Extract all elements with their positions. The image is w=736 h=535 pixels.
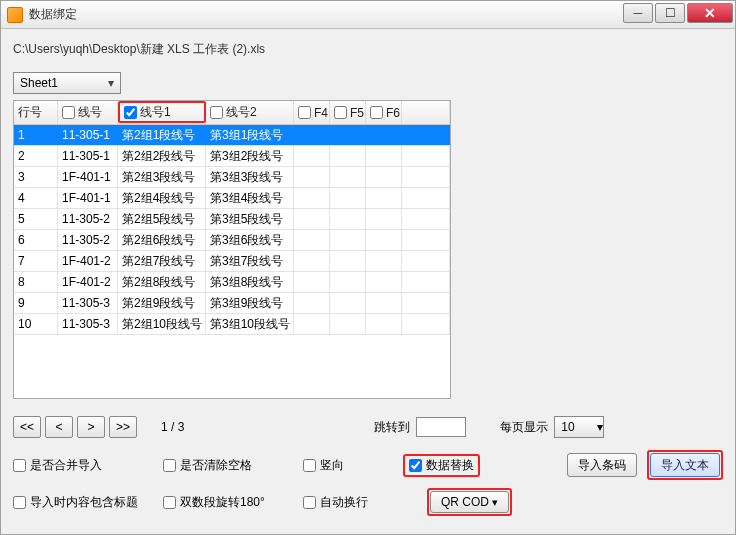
cell-xianhao1: 第2组7段线号	[118, 251, 206, 271]
cell-xianhao1: 第2组4段线号	[118, 188, 206, 208]
jump-label: 跳转到	[374, 419, 410, 436]
cell-f5	[330, 314, 366, 334]
prev-page-button[interactable]: <	[45, 416, 73, 438]
import-text-highlight: 导入文本	[647, 450, 723, 480]
table-row[interactable]: 911-305-3第2组9段线号第3组9段线号	[14, 293, 450, 314]
cell-blank	[402, 314, 450, 334]
sheet-selected-value: Sheet1	[20, 76, 58, 90]
col-f5[interactable]: F5	[330, 101, 366, 124]
vertical-option[interactable]: 竖向	[303, 457, 393, 474]
cell-f4	[294, 251, 330, 271]
import-barcode-button[interactable]: 导入条码	[567, 453, 637, 477]
col-f5-checkbox[interactable]	[334, 106, 347, 119]
sheet-dropdown[interactable]: Sheet1 ▾	[13, 72, 121, 94]
cell-xianhao: 11-305-1	[58, 125, 118, 145]
cell-f4	[294, 314, 330, 334]
cell-f6	[366, 272, 402, 292]
options-row-2: 导入时内容包含标题 双数段旋转180° 自动换行 QR COD ▾	[13, 488, 723, 516]
import-text-button[interactable]: 导入文本	[650, 453, 720, 477]
close-button[interactable]: ✕	[687, 3, 733, 23]
content-area: C:\Users\yuqh\Desktop\新建 XLS 工作表 (2).xls…	[1, 29, 735, 534]
cell-f4	[294, 167, 330, 187]
col-xianhao[interactable]: 线号	[58, 101, 118, 124]
cell-f6	[366, 146, 402, 166]
cell-f5	[330, 293, 366, 313]
table-row[interactable]: 71F-401-2第2组7段线号第3组7段线号	[14, 251, 450, 272]
last-page-button[interactable]: >>	[109, 416, 137, 438]
qrcod-dropdown[interactable]: QR COD ▾	[430, 491, 509, 513]
app-icon	[7, 7, 23, 23]
cell-xianhao: 11-305-3	[58, 314, 118, 334]
col-f6-checkbox[interactable]	[370, 106, 383, 119]
cell-xianhao2: 第3组2段线号	[206, 146, 294, 166]
cell-f4	[294, 209, 330, 229]
pager: << < > >> 1 / 3 跳转到 每页显示 10 ▾	[13, 416, 723, 438]
table-row[interactable]: 81F-401-2第2组8段线号第3组8段线号	[14, 272, 450, 293]
cell-xianhao1: 第2组8段线号	[118, 272, 206, 292]
col-xianhao-checkbox[interactable]	[62, 106, 75, 119]
cell-blank	[402, 251, 450, 271]
perpage-dropdown[interactable]: 10 ▾	[554, 416, 604, 438]
first-page-button[interactable]: <<	[13, 416, 41, 438]
col-xianhao1-checkbox[interactable]	[124, 106, 137, 119]
col-xianhao2-checkbox[interactable]	[210, 106, 223, 119]
cell-rownum: 8	[14, 272, 58, 292]
col-f4[interactable]: F4	[294, 101, 330, 124]
cell-blank	[402, 230, 450, 250]
grid-body: 111-305-1第2组1段线号第3组1段线号211-305-1第2组2段线号第…	[14, 125, 450, 335]
qrcod-highlight: QR COD ▾	[427, 488, 512, 516]
cell-xianhao1: 第2组3段线号	[118, 167, 206, 187]
col-rownum[interactable]: 行号	[14, 101, 58, 124]
table-row[interactable]: 511-305-2第2组5段线号第3组5段线号	[14, 209, 450, 230]
chevron-down-icon: ▾	[102, 76, 120, 90]
data-replace-option[interactable]: 数据替换	[409, 457, 474, 474]
cell-rownum: 10	[14, 314, 58, 334]
cell-xianhao: 11-305-3	[58, 293, 118, 313]
maximize-button[interactable]: ☐	[655, 3, 685, 23]
table-row[interactable]: 111-305-1第2组1段线号第3组1段线号	[14, 125, 450, 146]
table-row[interactable]: 41F-401-1第2组4段线号第3组4段线号	[14, 188, 450, 209]
auto-wrap-option[interactable]: 自动换行	[303, 494, 393, 511]
cell-xianhao2: 第3组9段线号	[206, 293, 294, 313]
col-xianhao1[interactable]: 线号1	[118, 101, 206, 123]
grid-blank	[14, 335, 450, 398]
footer: << < > >> 1 / 3 跳转到 每页显示 10 ▾ 是否合并导入 是否清…	[13, 416, 723, 524]
col-xianhao2[interactable]: 线号2	[206, 101, 294, 124]
cell-xianhao2: 第3组3段线号	[206, 167, 294, 187]
cell-blank	[402, 293, 450, 313]
minimize-button[interactable]: ─	[623, 3, 653, 23]
next-page-button[interactable]: >	[77, 416, 105, 438]
cell-f6	[366, 314, 402, 334]
table-row[interactable]: 1011-305-3第2组10段线号第3组10段线号	[14, 314, 450, 335]
cell-xianhao2: 第3组6段线号	[206, 230, 294, 250]
cell-f4	[294, 293, 330, 313]
cell-xianhao2: 第3组7段线号	[206, 251, 294, 271]
col-f6[interactable]: F6	[366, 101, 402, 124]
table-row[interactable]: 611-305-2第2组6段线号第3组6段线号	[14, 230, 450, 251]
cell-f5	[330, 167, 366, 187]
cell-xianhao: 11-305-1	[58, 146, 118, 166]
cell-f5	[330, 188, 366, 208]
merge-import-option[interactable]: 是否合并导入	[13, 457, 153, 474]
cell-xianhao: 11-305-2	[58, 209, 118, 229]
col-f4-checkbox[interactable]	[298, 106, 311, 119]
import-has-title-option[interactable]: 导入时内容包含标题	[13, 494, 153, 511]
options-row-1: 是否合并导入 是否清除空格 竖向 数据替换 导入条码 导入文本	[13, 450, 723, 480]
cell-f6	[366, 209, 402, 229]
double-rotate-option[interactable]: 双数段旋转180°	[163, 494, 293, 511]
cell-f5	[330, 209, 366, 229]
cell-xianhao: 1F-401-2	[58, 251, 118, 271]
table-row[interactable]: 31F-401-1第2组3段线号第3组3段线号	[14, 167, 450, 188]
cell-blank	[402, 209, 450, 229]
cell-xianhao1: 第2组10段线号	[118, 314, 206, 334]
cell-rownum: 3	[14, 167, 58, 187]
clear-spaces-option[interactable]: 是否清除空格	[163, 457, 293, 474]
cell-xianhao1: 第2组5段线号	[118, 209, 206, 229]
table-row[interactable]: 211-305-1第2组2段线号第3组2段线号	[14, 146, 450, 167]
cell-blank	[402, 146, 450, 166]
data-grid: 行号 线号 线号1 线号2 F4 F5 F6 111-305-1第2组1段线号第…	[13, 100, 451, 399]
cell-f4	[294, 125, 330, 145]
cell-rownum: 9	[14, 293, 58, 313]
jump-input[interactable]	[416, 417, 466, 437]
cell-xianhao: 1F-401-2	[58, 272, 118, 292]
